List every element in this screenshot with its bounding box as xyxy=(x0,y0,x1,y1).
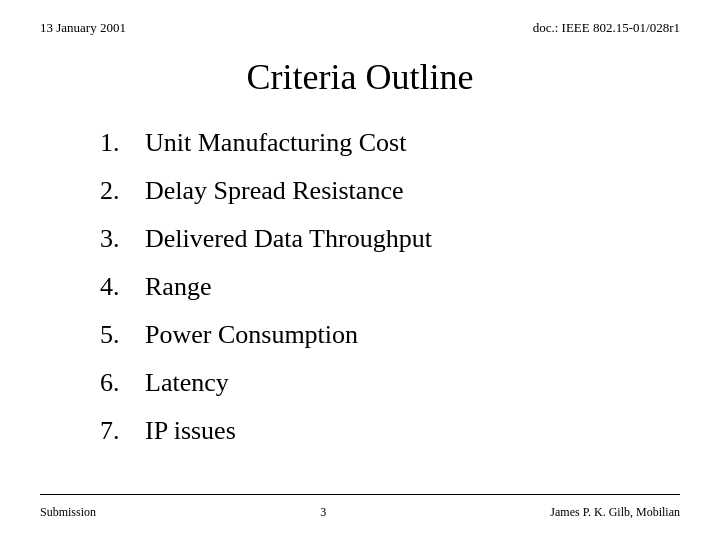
header-doc-ref: doc.: IEEE 802.15-01/028r1 xyxy=(533,20,680,36)
list-item: 3.Delivered Data Throughput xyxy=(100,224,680,254)
list-item: 6.Latency xyxy=(100,368,680,398)
list-item: 2.Delay Spread Resistance xyxy=(100,176,680,206)
list-item-number: 5. xyxy=(100,320,145,350)
page-title: Criteria Outline xyxy=(40,56,680,98)
list-item-number: 3. xyxy=(100,224,145,254)
content-area: 1.Unit Manufacturing Cost2.Delay Spread … xyxy=(40,128,680,494)
title-section: Criteria Outline xyxy=(40,56,680,98)
list-item: 1.Unit Manufacturing Cost xyxy=(100,128,680,158)
list-item-text: Range xyxy=(145,272,211,302)
footer: Submission 3 James P. K. Gilb, Mobilian xyxy=(40,494,680,520)
list-item-text: Unit Manufacturing Cost xyxy=(145,128,406,158)
list-item: 7.IP issues xyxy=(100,416,680,446)
footer-page-number: 3 xyxy=(320,505,326,520)
list-item-number: 6. xyxy=(100,368,145,398)
footer-author: James P. K. Gilb, Mobilian xyxy=(550,505,680,520)
list-item-number: 4. xyxy=(100,272,145,302)
list-item-number: 7. xyxy=(100,416,145,446)
list-item-text: Delivered Data Throughput xyxy=(145,224,432,254)
criteria-list: 1.Unit Manufacturing Cost2.Delay Spread … xyxy=(100,128,680,446)
list-item-text: IP issues xyxy=(145,416,236,446)
list-item-number: 1. xyxy=(100,128,145,158)
list-item-text: Latency xyxy=(145,368,229,398)
header: 13 January 2001 doc.: IEEE 802.15-01/028… xyxy=(40,20,680,36)
list-item-text: Power Consumption xyxy=(145,320,358,350)
footer-submission: Submission xyxy=(40,505,96,520)
list-item-number: 2. xyxy=(100,176,145,206)
list-item-text: Delay Spread Resistance xyxy=(145,176,403,206)
header-date: 13 January 2001 xyxy=(40,20,126,36)
page: 13 January 2001 doc.: IEEE 802.15-01/028… xyxy=(0,0,720,540)
list-item: 5.Power Consumption xyxy=(100,320,680,350)
list-item: 4.Range xyxy=(100,272,680,302)
